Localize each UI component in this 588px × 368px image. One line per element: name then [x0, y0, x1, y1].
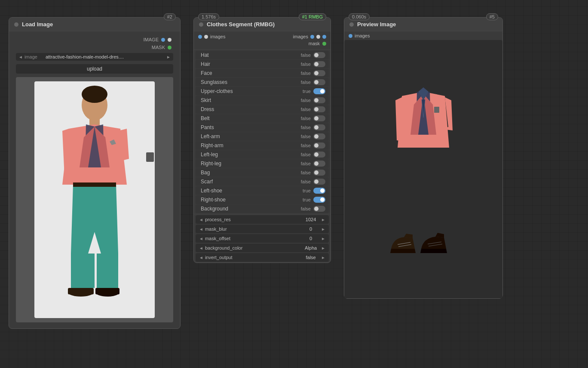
toggle-label-5: Skirt	[199, 97, 296, 103]
file-arrow-right[interactable]: ►	[166, 55, 171, 59]
param-arrow-right-1[interactable]: ►	[321, 227, 325, 232]
toggle-label-4: Upper-clothes	[199, 88, 296, 94]
toggle-value-6: false	[299, 107, 311, 112]
svg-rect-10	[95, 288, 119, 294]
toggle-row-background: Background false	[196, 204, 329, 213]
file-selector-label: image	[24, 54, 44, 59]
toggle-switch-2[interactable]	[313, 70, 325, 76]
preview-node: 0.060s #5 Preview Image images	[344, 17, 503, 299]
toggle-switch-16[interactable]	[313, 197, 325, 203]
image-preview-area	[16, 77, 173, 322]
mask-out-dot	[322, 42, 326, 46]
toggle-label-13: Bag	[199, 170, 296, 176]
fashion-model-svg	[34, 81, 155, 318]
toggle-value-11: false	[299, 152, 311, 157]
toggle-switch-13[interactable]	[313, 170, 325, 176]
mask-port-row: MASK	[13, 43, 176, 51]
divider1	[194, 49, 331, 50]
toggle-row-dress: Dress false	[196, 105, 329, 114]
preview-id-badge: #5	[486, 13, 498, 20]
toggle-value-0: false	[299, 53, 311, 58]
toggle-switch-5[interactable]	[313, 97, 325, 103]
toggle-value-3: false	[299, 80, 311, 85]
svg-rect-11	[73, 182, 116, 187]
param-arrow-left-0[interactable]: ◄	[199, 217, 203, 222]
svg-rect-8	[68, 288, 94, 294]
toggle-switch-14[interactable]	[313, 179, 325, 185]
segment-ports-in: images images mask	[194, 31, 331, 49]
toggle-container: Hat false Hair false Face false Sunglass…	[194, 51, 331, 213]
param-arrow-right-4[interactable]: ►	[321, 255, 325, 260]
toggle-value-1: false	[299, 62, 311, 67]
toggle-switch-9[interactable]	[313, 133, 325, 139]
toggle-row-scarf: Scarf false	[196, 177, 329, 186]
param-value-2: 0	[302, 236, 319, 241]
toggle-row-left-arm: Left-arm false	[196, 132, 329, 141]
toggle-switch-8[interactable]	[313, 124, 325, 130]
param-arrow-left-4[interactable]: ◄	[199, 255, 203, 260]
image-port-label: IMAGE	[144, 37, 159, 42]
toggle-row-hat: Hat false	[196, 51, 329, 59]
toggle-label-7: Belt	[199, 115, 296, 121]
mask-port-dot-green	[168, 46, 172, 49]
param-row-mask_offset: ◄ mask_offset 0 ►	[196, 234, 329, 243]
toggle-switch-1[interactable]	[313, 61, 325, 67]
load-image-header: Load Image	[9, 18, 180, 31]
segment-status-dot	[199, 22, 203, 27]
toggle-value-10: false	[299, 143, 311, 148]
toggle-value-7: false	[299, 116, 311, 121]
param-row-background_color: ◄ background_color Alpha ►	[196, 244, 329, 252]
segment-title: Clothes Segment (RMBG)	[207, 21, 275, 28]
param-arrow-right-2[interactable]: ►	[321, 236, 325, 241]
toggle-switch-15[interactable]	[313, 188, 325, 194]
segment-node: 1.576s #1 RMBG Clothes Segment (RMBG) im…	[193, 17, 331, 263]
toggle-value-8: false	[299, 125, 311, 130]
toggle-switch-3[interactable]	[313, 79, 325, 85]
preview-port-in: images	[344, 31, 502, 40]
param-value-0: 1024	[302, 217, 319, 222]
toggle-switch-10[interactable]	[313, 142, 325, 148]
toggle-value-13: false	[299, 170, 311, 175]
param-name-2: mask_offset	[205, 236, 300, 241]
toggle-label-0: Hat	[199, 52, 296, 58]
segment-time-badge: 1.576s	[198, 13, 219, 20]
param-name-4: invert_output	[205, 255, 300, 260]
toggle-switch-12[interactable]	[313, 161, 325, 167]
toggle-label-15: Left-shoe	[199, 188, 296, 194]
images-out-dot2	[316, 35, 320, 39]
file-selector[interactable]: ◄ image attractive-fashion-male-model-dr…	[16, 53, 173, 61]
toggle-value-9: false	[299, 134, 311, 139]
toggle-switch-11[interactable]	[313, 152, 325, 158]
toggle-switch-4[interactable]	[313, 88, 325, 94]
toggle-row-right-arm: Right-arm false	[196, 141, 329, 150]
toggle-switch-17[interactable]	[313, 206, 325, 212]
param-row-invert_output: ◄ invert_output false ►	[196, 253, 329, 262]
toggle-row-left-leg: Left-leg false	[196, 150, 329, 159]
toggle-row-upper-clothes: Upper-clothes true	[196, 87, 329, 96]
toggle-switch-7[interactable]	[313, 115, 325, 121]
load-image-id-badge: #2	[164, 13, 176, 20]
param-arrow-left-1[interactable]: ◄	[199, 227, 203, 232]
canvas-area: #2 Load Image IMAGE MASK ◄ image attract…	[0, 0, 588, 368]
shoes-preview-svg	[389, 225, 458, 260]
image-port-dot-white	[168, 38, 172, 42]
param-arrow-left-3[interactable]: ◄	[199, 246, 203, 250]
toggle-value-17: false	[299, 206, 311, 211]
toggle-row-right-leg: Right-leg false	[196, 159, 329, 168]
toggle-label-1: Hair	[199, 61, 296, 67]
images-port-dot2	[204, 35, 208, 39]
param-row-mask_blur: ◄ mask_blur 0 ►	[196, 225, 329, 233]
upload-button[interactable]: upload	[16, 64, 173, 74]
toggle-label-8: Pants	[199, 124, 296, 130]
param-name-1: mask_blur	[205, 226, 300, 232]
toggle-switch-6[interactable]	[313, 106, 325, 112]
param-arrow-right-3[interactable]: ►	[321, 246, 325, 250]
param-arrow-right-0[interactable]: ►	[321, 217, 325, 222]
load-image-status-dot	[14, 22, 18, 27]
toggle-switch-0[interactable]	[313, 52, 325, 58]
param-arrow-left-2[interactable]: ◄	[199, 236, 203, 241]
param-value-1: 0	[302, 226, 319, 232]
param-name-3: background_color	[205, 245, 300, 250]
file-arrow-left[interactable]: ◄	[18, 55, 23, 59]
toggle-value-14: false	[299, 179, 311, 184]
